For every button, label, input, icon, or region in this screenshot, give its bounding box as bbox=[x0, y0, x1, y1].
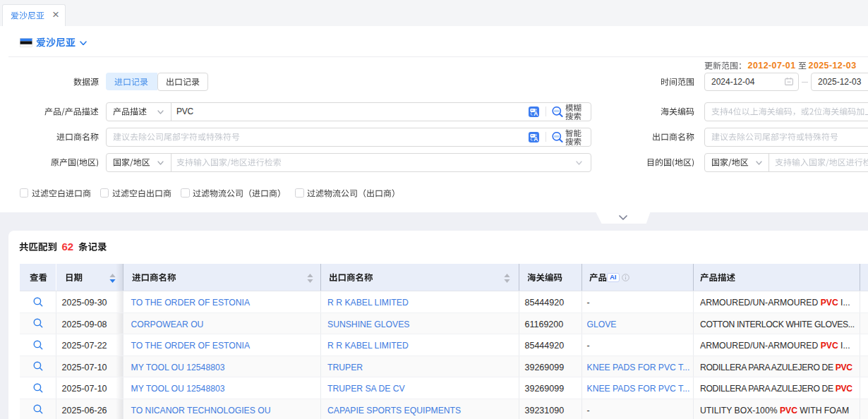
svg-text:A: A bbox=[534, 135, 538, 142]
svg-text:A: A bbox=[534, 110, 538, 117]
